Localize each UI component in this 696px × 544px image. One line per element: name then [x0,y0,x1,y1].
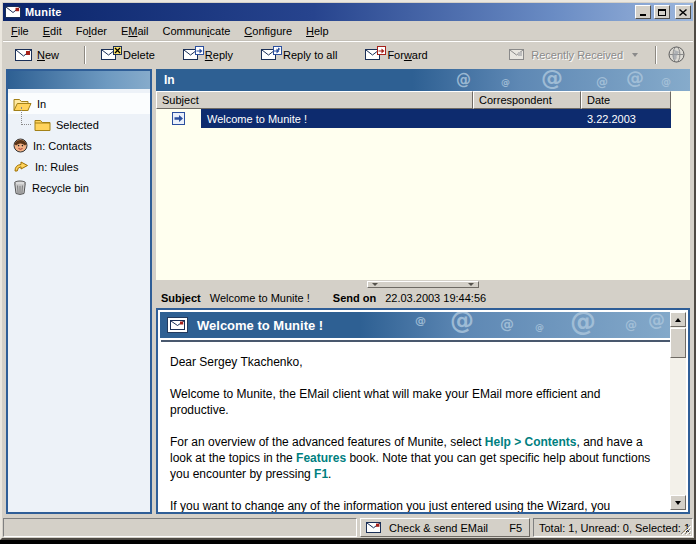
message-body: Dear Sergey Tkachenko, Welcome to Munite… [158,342,688,514]
check-send-label: Check & send EMail [389,522,488,534]
message-scrollbar[interactable] [670,312,686,510]
client-area: In Selected In: Contacts In: Rules Recyc… [3,67,693,517]
at-decoration [661,76,671,87]
delete-button[interactable]: Delete [93,44,163,66]
close-icon [679,9,687,16]
at-decoration [541,69,563,90]
subject-value: Welcome to Munite ! [210,292,310,304]
row-filler [671,109,690,128]
column-header-date[interactable]: Date [581,91,671,109]
menu-edit[interactable]: Edit [36,23,69,39]
message-state-cell [156,109,201,128]
at-decoration [625,318,637,332]
message-list-header: Subject Correspondent Date [156,91,690,109]
at-decoration [456,71,471,89]
subject-label: Subject [161,292,201,304]
pane-splitter[interactable] [156,280,690,288]
preview-header: Subject Welcome to Munite ! Send on 22.0… [156,288,690,308]
scrollbar-thumb[interactable] [670,328,686,358]
sidebar-item-recycle-bin[interactable]: Recycle bin [8,177,150,198]
message-banner-title: Welcome to Munite ! [197,318,323,333]
message-correspondent-cell[interactable] [473,109,581,128]
reply-to-all-button[interactable]: Reply to all [253,44,345,66]
check-send-icon [366,522,383,534]
check-send-button[interactable]: Check & send EMail F5 [360,518,530,537]
help-contents-emphasis: Help > Contents [485,435,577,449]
minimize-icon [640,14,646,16]
at-decoration [570,312,596,336]
main-panel: In Subject Correspondent Date Welcome to… [156,69,690,514]
menu-file[interactable]: File [4,23,36,39]
at-decoration [596,75,608,89]
sidebar-item-label: In: Contacts [33,140,92,152]
wizard-paragraph: If you want to change any of the informa… [170,498,654,514]
scroll-up-button[interactable] [670,312,686,327]
features-emphasis: Features [296,451,346,465]
at-decoration [648,312,665,330]
message-date-cell[interactable]: 3.22.2003 [581,109,671,128]
new-button[interactable]: New [7,44,67,66]
scrollbar-track[interactable] [670,327,686,495]
recycle-bin-icon [13,180,27,195]
toolbar-separator [84,46,86,64]
folder-sidebar: In Selected In: Contacts In: Rules Recyc… [6,69,152,514]
sidebar-item-label: Selected [56,119,99,131]
totals-text: Total: 1, Unread: 0, Selected: 1 [539,522,690,534]
sidebar-header [8,71,150,89]
table-row[interactable]: Welcome to Munite ! 3.22.2003 [156,109,690,128]
desktop: Munite File Edit Folder EMail Communicat… [0,0,696,544]
forwarded-arrow-icon [172,112,185,125]
menu-email[interactable]: EMail [114,23,156,39]
menu-help[interactable]: Help [299,23,336,39]
message-envelope-icon [167,317,188,333]
forward-icon [365,49,382,61]
sidebar-item-selected[interactable]: Selected [8,114,150,135]
sidebar-item-in-rules[interactable]: In: Rules [8,156,150,177]
reply-icon [183,49,200,61]
title-bar[interactable]: Munite [3,3,693,21]
arrow-down-icon [675,501,681,505]
send-on-label: Send on [333,292,376,304]
maximize-button[interactable] [654,5,670,19]
closed-folder-icon [34,118,51,131]
sidebar-item-label: In [37,98,46,110]
recently-received-button[interactable]: Recently Received [501,44,646,66]
toolbar: New Delete Reply Reply to all [3,41,693,67]
check-send-shortcut: F5 [509,522,524,534]
arrow-up-icon [675,318,681,322]
column-header-filler [671,91,690,109]
window-title: Munite [25,6,632,18]
column-header-correspondent[interactable]: Correspondent [473,91,581,109]
chevron-down-icon [632,53,638,57]
status-message-panel [3,518,357,537]
message-viewer: Welcome to Munite ! Dear Sergey Tkachenk… [156,308,690,514]
forward-button[interactable]: Forward [357,44,435,66]
connection-button[interactable] [664,44,689,66]
munite-window: Munite File Edit Folder EMail Communicat… [0,0,696,540]
message-subject-cell[interactable]: Welcome to Munite ! [201,109,473,128]
at-decoration [450,312,474,335]
sidebar-item-in-contacts[interactable]: In: Contacts [8,135,150,156]
new-mail-icon [15,49,32,61]
minimize-button[interactable] [635,5,651,19]
toolbar-separator [655,46,657,64]
splitter-grip-icon[interactable] [367,281,479,288]
sidebar-item-label: Recycle bin [32,182,89,194]
scroll-down-button[interactable] [670,495,686,510]
reply-button[interactable]: Reply [175,44,241,66]
greeting-line: Dear Sergey Tkachenko, [170,354,654,370]
menu-communicate[interactable]: Communicate [155,23,237,39]
folder-banner-title: In [164,73,175,87]
message-banner: Welcome to Munite ! [160,312,686,338]
app-icon [5,6,22,18]
column-header-subject[interactable]: Subject [156,91,473,109]
at-decoration [500,316,514,332]
close-button[interactable] [675,5,691,19]
message-list[interactable]: Welcome to Munite ! 3.22.2003 [156,109,690,280]
maximize-icon [658,9,666,16]
menu-bar: File Edit Folder EMail Communicate Confi… [3,21,693,41]
resize-grip-icon[interactable] [679,523,691,535]
send-on-value: 22.03.2003 19:44:56 [385,292,486,304]
menu-configure[interactable]: Configure [237,23,299,39]
menu-folder[interactable]: Folder [69,23,114,39]
